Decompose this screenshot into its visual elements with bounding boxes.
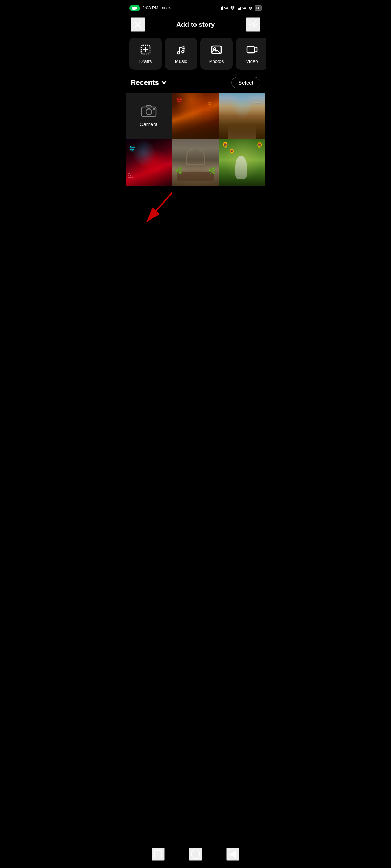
recents-dropdown[interactable]: Recents: [131, 78, 167, 87]
photo-outdoor-restaurant[interactable]: Consul: [219, 93, 265, 139]
nav-bar: [125, 843, 266, 868]
music-icon: +: [175, 43, 187, 56]
svg-text:+: +: [182, 44, 184, 48]
camera-icon: [141, 104, 157, 117]
nav-back-button[interactable]: [226, 848, 239, 861]
svg-point-7: [177, 52, 180, 54]
nav-home-button[interactable]: [189, 848, 202, 861]
page-title: Add to story: [176, 21, 215, 29]
svg-point-14: [146, 109, 152, 115]
nav-square-button[interactable]: [152, 848, 165, 861]
photo-grid: Camera CoCaCola NeonSign Consul NeonSign…: [125, 93, 266, 186]
signal-icon: [218, 6, 223, 10]
chevron-down-icon: [161, 80, 167, 86]
svg-rect-0: [132, 7, 136, 10]
wifi-icon: [230, 6, 235, 10]
camera-recording-indicator: [129, 5, 140, 11]
recents-header: Recents Select: [125, 70, 266, 93]
svg-point-3: [252, 24, 254, 26]
camera-cell-label: Camera: [140, 122, 158, 127]
status-network: 30.8K...: [161, 6, 175, 10]
recents-title-text: Recents: [131, 78, 159, 87]
status-bar: 2:03 PM 30.8K... Vo Vo: [125, 0, 266, 14]
svg-point-8: [182, 51, 184, 53]
select-button[interactable]: Select: [231, 77, 260, 88]
camera-cell[interactable]: Camera: [126, 93, 172, 139]
video-icon: [246, 43, 258, 56]
status-right: Vo Vo 68: [218, 5, 262, 11]
close-button[interactable]: [131, 17, 145, 32]
photo-bar-interior[interactable]: CoCaCola NeonSign: [172, 93, 218, 139]
action-photos[interactable]: Photos: [200, 38, 233, 70]
svg-rect-12: [247, 47, 255, 53]
action-photos-label: Photos: [209, 59, 224, 64]
header: Add to story: [125, 14, 266, 38]
action-music[interactable]: + Music: [165, 38, 197, 70]
svg-point-15: [153, 109, 155, 110]
signal-icon-2: [237, 6, 241, 10]
status-time: 2:03 PM: [142, 5, 159, 10]
photo-sunflower-field[interactable]: 🌻 🌻 🌻: [219, 139, 265, 185]
annotation-area: [125, 186, 266, 229]
quick-actions-row: Drafts + Music Photos Video: [125, 38, 266, 70]
volte-icon-2: Vo: [242, 6, 246, 10]
wifi-icon-2: [248, 6, 253, 10]
action-music-label: Music: [175, 59, 187, 64]
action-drafts-label: Drafts: [139, 59, 152, 64]
photo-ruins-courtyard[interactable]: 🌿 🌿: [172, 139, 218, 185]
svg-line-17: [147, 193, 172, 222]
action-drafts[interactable]: Drafts: [129, 38, 162, 70]
action-video-label: Video: [246, 59, 258, 64]
action-video[interactable]: Video: [236, 38, 266, 70]
back-triangle-icon: [229, 850, 236, 859]
settings-button[interactable]: [246, 17, 260, 32]
volte-icon: Vo: [224, 6, 228, 10]
status-left: 2:03 PM 30.8K...: [129, 5, 175, 11]
battery-icon: 68: [255, 5, 262, 11]
photo-neon-corridor[interactable]: NeonSign DONOTENTER: [126, 139, 172, 185]
square-icon: [154, 850, 162, 858]
drafts-icon: [139, 43, 152, 56]
red-arrow-annotation: [136, 186, 237, 229]
circle-icon: [191, 850, 200, 859]
photos-icon: [210, 43, 223, 56]
